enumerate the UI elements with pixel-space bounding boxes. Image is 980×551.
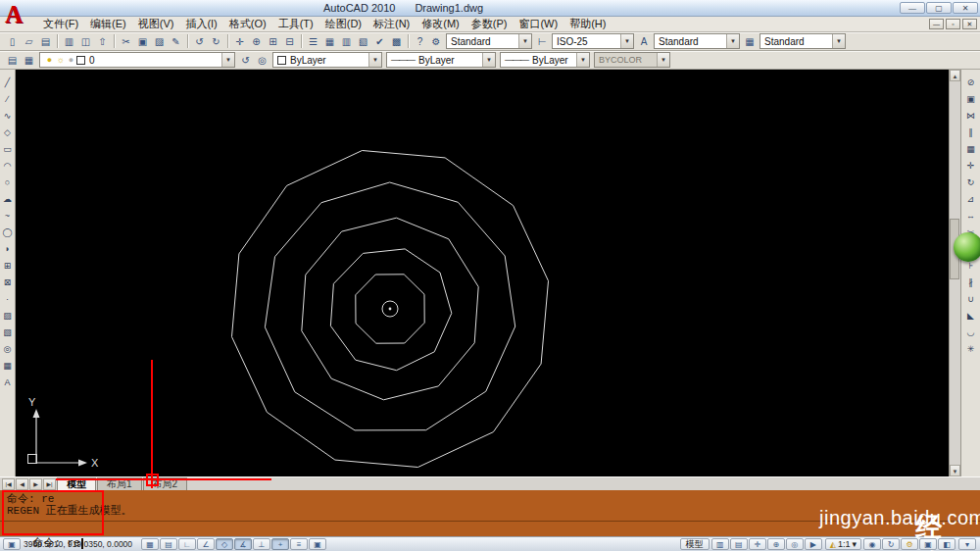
doc-close-button[interactable]: ✕ (962, 19, 977, 29)
point-icon[interactable]: · (1, 293, 15, 306)
open-file-icon[interactable]: ▱ (21, 33, 37, 49)
workspace-combo[interactable]: Standard ▼ (446, 33, 532, 49)
hatch-icon[interactable]: ▨ (1, 310, 15, 323)
zoom-realtime-icon[interactable]: ⊕ (248, 33, 265, 49)
menu-item-dimension[interactable]: 标注(N) (368, 16, 416, 32)
zoom-window-icon[interactable]: ⊞ (265, 33, 281, 49)
doc-restore-button[interactable]: ▫ (946, 19, 960, 29)
tab-first-icon[interactable]: |◀ (2, 478, 15, 490)
move-icon[interactable]: ✛ (964, 160, 978, 173)
paste-icon[interactable]: ▨ (151, 33, 168, 49)
scroll-up-icon[interactable]: ▲ (950, 70, 960, 81)
gradient-icon[interactable]: ▧ (1, 326, 15, 339)
tab-last-icon[interactable]: ▶| (43, 478, 56, 490)
vertical-scrollbar[interactable]: ▲ ▼ (949, 70, 960, 476)
publish-icon[interactable]: ⇧ (94, 33, 111, 49)
array-icon[interactable]: ▦ (964, 143, 978, 156)
text-style-combo[interactable]: Standard ▼ (654, 33, 740, 49)
offset-icon[interactable]: ∥ (964, 126, 978, 139)
copy-clip-icon[interactable]: ▣ (134, 33, 151, 49)
table-style-combo[interactable]: Standard ▼ (760, 33, 846, 49)
multiline-text-icon[interactable]: A (1, 376, 15, 389)
layer-freeze-sun-icon[interactable]: ☼ (55, 55, 66, 65)
polar-tracking-toggle[interactable]: ∠ (197, 538, 215, 550)
polygon-icon[interactable]: ◇ (1, 126, 15, 139)
plot-preview-icon[interactable]: ◫ (77, 33, 94, 49)
insert-block-icon[interactable]: ⊞ (1, 260, 15, 273)
ortho-mode-toggle[interactable]: ∟ (178, 538, 196, 550)
layer-states-icon[interactable]: ▦ (21, 52, 37, 68)
grid-display-toggle[interactable]: ▤ (160, 538, 177, 550)
menu-item-insert[interactable]: 插入(I) (179, 16, 222, 32)
drawing-canvas[interactable]: XY Baidu 经验 (16, 70, 949, 476)
undo-icon[interactable]: ↺ (191, 33, 208, 49)
chevron-down-icon[interactable]: ▼ (518, 34, 531, 48)
spline-icon[interactable]: ~ (1, 210, 15, 223)
stretch-icon[interactable]: ↔ (964, 210, 978, 223)
layer-properties-icon[interactable]: ▤ (4, 52, 21, 68)
properties-icon[interactable]: ☰ (305, 33, 321, 49)
chevron-down-icon[interactable]: ▼ (832, 34, 845, 48)
scale-icon[interactable]: ⊿ (964, 193, 978, 206)
table-icon[interactable]: ▦ (1, 360, 15, 373)
erase-icon[interactable]: ⊘ (964, 76, 978, 89)
construction-line-icon[interactable]: ∕ (1, 93, 15, 106)
copy-icon[interactable]: ▣ (964, 93, 978, 106)
cut-icon[interactable]: ✂ (118, 33, 134, 49)
plot-icon[interactable]: ▥ (61, 33, 77, 49)
menu-item-window[interactable]: 窗口(W) (513, 16, 564, 32)
circle-icon[interactable]: ○ (1, 176, 15, 189)
lineweight-display-toggle[interactable]: ≡ (290, 538, 308, 550)
steering-wheels-icon[interactable]: ◎ (786, 538, 804, 550)
join-icon[interactable]: ∪ (964, 293, 978, 306)
ellipse-icon[interactable]: ◯ (1, 226, 15, 239)
layer-isolate-icon[interactable]: ◎ (254, 52, 270, 68)
menu-item-file[interactable]: 文件(F) (37, 16, 84, 32)
menu-item-parametric[interactable]: 参数(P) (466, 16, 514, 32)
menu-item-draw[interactable]: 绘图(D) (319, 16, 368, 32)
region-icon[interactable]: ◎ (1, 343, 15, 356)
new-file-icon[interactable]: ▯ (4, 33, 21, 49)
chevron-down-icon[interactable]: ▼ (221, 53, 234, 67)
redo-icon[interactable]: ↻ (208, 33, 224, 49)
create-block-icon[interactable]: ⊠ (1, 276, 15, 289)
tab-next-icon[interactable]: ▶ (29, 478, 42, 490)
tab-prev-icon[interactable]: ◀ (16, 478, 28, 490)
layer-combo[interactable]: ●☼● 0 ▼ (39, 52, 235, 68)
markup-set-manager-icon[interactable]: ✔ (371, 33, 388, 49)
revision-cloud-icon[interactable]: ☁ (1, 193, 15, 206)
menu-item-view[interactable]: 视图(V) (132, 16, 180, 32)
menu-item-tools[interactable]: 工具(T) (272, 16, 319, 32)
chevron-down-icon[interactable]: ▼ (482, 53, 495, 67)
ellipse-arc-icon[interactable]: ◗ (1, 243, 15, 256)
menu-item-format[interactable]: 格式(O) (223, 16, 272, 32)
pan-icon[interactable]: ✛ (231, 33, 248, 49)
snap-mode-toggle[interactable]: ▦ (141, 538, 159, 550)
lineweight-combo[interactable]: ——— ByLayer ▼ (500, 52, 590, 68)
save-file-icon[interactable]: ▤ (37, 33, 54, 49)
chamfer-icon[interactable]: ◣ (964, 310, 978, 323)
close-button[interactable]: ✕ (953, 2, 978, 14)
doc-minimize-button[interactable]: — (929, 19, 944, 29)
tool-palettes-icon[interactable]: ▥ (338, 33, 355, 49)
pan-status-icon[interactable]: ✛ (749, 538, 766, 550)
layer-lock-icon[interactable]: ● (66, 55, 76, 65)
break-at-point-icon[interactable]: ⊦ (964, 260, 978, 273)
fillet-icon[interactable]: ◡ (964, 326, 978, 339)
quick-view-layouts-icon[interactable]: ▥ (711, 538, 729, 550)
quick-calc-icon[interactable]: ▩ (388, 33, 405, 49)
explode-icon[interactable]: ✳ (964, 343, 978, 356)
object-snap-tracking-toggle[interactable]: ∡ (234, 538, 252, 550)
chevron-down-icon[interactable]: ▼ (726, 34, 739, 48)
minimize-button[interactable]: — (900, 2, 925, 14)
dynamic-input-toggle[interactable]: + (271, 538, 289, 550)
zoom-previous-icon[interactable]: ⊟ (281, 33, 298, 49)
scroll-down-icon[interactable]: ▼ (950, 465, 960, 476)
color-combo[interactable]: ByLayer ▼ (272, 52, 382, 68)
design-center-icon[interactable]: ▦ (321, 33, 338, 49)
chevron-down-icon[interactable]: ▼ (620, 34, 633, 48)
line-icon[interactable]: ╱ (1, 76, 15, 89)
help-icon[interactable]: ? (412, 33, 428, 49)
menu-item-edit[interactable]: 编辑(E) (84, 16, 132, 32)
zoom-status-icon[interactable]: ⊕ (767, 538, 785, 550)
